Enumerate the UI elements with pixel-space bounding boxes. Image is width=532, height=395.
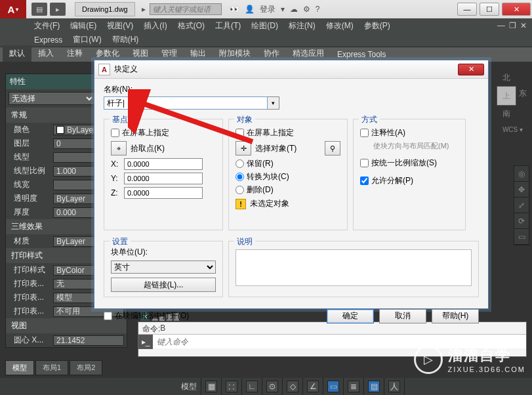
navcube-face[interactable]: 上: [497, 86, 516, 106]
status-snap-icon[interactable]: ⸬: [226, 381, 237, 392]
status-dyn-icon[interactable]: ▭: [327, 381, 339, 392]
base-onscreen-label: 在屏幕上指定: [122, 127, 169, 138]
status-polar-icon[interactable]: ⊙: [266, 381, 278, 392]
prop-pstyle-label: 打印样式: [14, 264, 53, 276]
cmd-prompt-icon[interactable]: ▸_: [138, 335, 153, 349]
status-grid-icon[interactable]: ▦: [205, 381, 217, 392]
pick-point-button[interactable]: ⌖: [111, 141, 127, 156]
login-dropdown-icon[interactable]: ▾: [281, 5, 285, 14]
layout-tab-model[interactable]: 模型: [5, 360, 34, 375]
status-model[interactable]: 模型: [181, 381, 197, 392]
unit-dropdown[interactable]: 英寸: [111, 260, 216, 274]
tab-default[interactable]: 默认: [3, 45, 31, 62]
open-editor-label: 在块编辑器中打开(O): [115, 310, 189, 322]
close-button[interactable]: ✕: [502, 3, 531, 16]
properties-title: 特性: [10, 76, 26, 87]
tab-insert[interactable]: 插入: [31, 45, 60, 62]
name-input[interactable]: [104, 96, 268, 110]
ok-button[interactable]: 确定: [327, 309, 374, 323]
prop-thick-label: 厚度: [14, 207, 53, 218]
y-input[interactable]: [124, 173, 203, 184]
qat-open-icon[interactable]: ▸: [50, 3, 66, 16]
search-play-icon[interactable]: ▸: [142, 5, 146, 14]
x-input[interactable]: [124, 158, 203, 170]
quick-select-button[interactable]: ⚲: [325, 141, 340, 156]
mode-annot-checkbox[interactable]: [360, 129, 369, 137]
menu-insert[interactable]: 插入(I): [144, 20, 167, 31]
menu-modify[interactable]: 修改(M): [326, 20, 354, 31]
login-icon[interactable]: 👤: [245, 5, 255, 14]
status-lwt-icon[interactable]: ≣: [348, 381, 359, 392]
layout-tab-1[interactable]: 布局1: [35, 360, 68, 375]
prop-cx-value[interactable]: 21.1452: [53, 335, 124, 346]
description-textarea[interactable]: [235, 249, 472, 286]
maximize-button[interactable]: ☐: [480, 3, 499, 16]
hyperlink-button[interactable]: 超链接(L)...: [111, 278, 216, 292]
prop-ltscale-label: 线型比例: [14, 165, 53, 177]
z-input[interactable]: [124, 187, 203, 199]
mdi-close-icon[interactable]: ✕: [520, 21, 527, 30]
watermark-play-icon: ▷: [414, 345, 443, 374]
status-trans-icon[interactable]: ▤: [368, 381, 380, 392]
right-nav-bar: ◎ ✥ ⤢ ⟳ ▭: [514, 165, 529, 245]
open-editor-checkbox[interactable]: [104, 312, 112, 320]
binoculars-icon[interactable]: 👀: [230, 5, 239, 14]
obj-convert-radio[interactable]: [235, 173, 244, 181]
obj-keep-radio[interactable]: [235, 159, 244, 168]
group-base-legend: 基点: [110, 114, 131, 125]
menu-edit[interactable]: 编辑(E): [70, 20, 96, 31]
select-objects-button[interactable]: ✛: [235, 141, 251, 156]
obj-delete-radio[interactable]: [235, 186, 244, 194]
mode-explode-checkbox[interactable]: [360, 177, 369, 185]
dialog-title: 块定义: [114, 64, 138, 75]
cloud-icon[interactable]: ☁: [290, 5, 298, 14]
navbar-showmotion-icon[interactable]: ▭: [514, 229, 529, 245]
app-logo[interactable]: A: [0, 0, 26, 18]
status-person-icon[interactable]: 人: [388, 381, 400, 392]
status-track-icon[interactable]: ∠: [307, 381, 319, 392]
mode-match-label: 使块方向与布局匹配(M): [360, 141, 459, 151]
navbar-zoom-icon[interactable]: ⤢: [514, 198, 529, 213]
menu-view[interactable]: 视图(V): [107, 20, 133, 31]
mdi-min-icon[interactable]: —: [497, 21, 505, 30]
wcs-label[interactable]: WCS ▾: [502, 126, 523, 133]
cancel-button[interactable]: 取消: [379, 309, 426, 323]
search-input[interactable]: [150, 3, 222, 15]
mode-scale-checkbox[interactable]: [360, 159, 369, 167]
prop-ltype-label: 线型: [14, 152, 53, 163]
menu-draw[interactable]: 绘图(D): [251, 20, 278, 31]
minimize-button[interactable]: —: [457, 3, 477, 16]
menu-file[interactable]: 文件(F): [34, 20, 60, 31]
x-label: X:: [111, 159, 120, 169]
menu-help[interactable]: 帮助(H): [112, 34, 139, 45]
menu-dim[interactable]: 标注(N): [289, 20, 316, 31]
base-onscreen-checkbox[interactable]: [111, 129, 119, 137]
layout-tab-2[interactable]: 布局2: [70, 360, 102, 375]
menu-param[interactable]: 参数(P): [364, 20, 390, 31]
status-osnap-icon[interactable]: ◇: [287, 381, 298, 392]
qat-new-icon[interactable]: ▤: [31, 3, 47, 16]
mdi-restore-icon[interactable]: ❐: [509, 21, 516, 30]
navbar-orbit-icon[interactable]: ⟳: [514, 213, 529, 229]
menu-tools[interactable]: 工具(T): [215, 20, 241, 31]
dialog-close-button[interactable]: ✕: [458, 64, 484, 75]
navbar-pan-icon[interactable]: ✥: [514, 182, 529, 198]
tab-annotate[interactable]: 注释: [60, 45, 89, 62]
help-icon[interactable]: ?: [316, 5, 320, 14]
obj-onscreen-checkbox[interactable]: [235, 129, 244, 137]
document-tab[interactable]: Drawing1.dwg: [75, 2, 135, 16]
obj-none-label: 未选定对象: [250, 198, 289, 209]
navbar-wheel-icon[interactable]: ◎: [514, 166, 529, 182]
gear-icon[interactable]: ⚙: [303, 5, 310, 14]
help-button[interactable]: 帮助(H): [432, 309, 479, 323]
select-objects-label: 选择对象(T): [255, 143, 297, 154]
navcube[interactable]: 北 上 东 南: [489, 72, 524, 118]
login-label[interactable]: 登录: [260, 4, 276, 15]
menu-window[interactable]: 窗口(W): [73, 34, 101, 45]
name-dropdown-icon[interactable]: ▾: [268, 96, 279, 110]
selection-dropdown[interactable]: 无选择: [9, 92, 95, 105]
status-ortho-icon[interactable]: ∟: [246, 381, 258, 392]
menu-format[interactable]: 格式(O): [178, 20, 205, 31]
menu-express[interactable]: Express: [34, 35, 62, 45]
prop-lweight-label: 线宽: [14, 179, 53, 190]
